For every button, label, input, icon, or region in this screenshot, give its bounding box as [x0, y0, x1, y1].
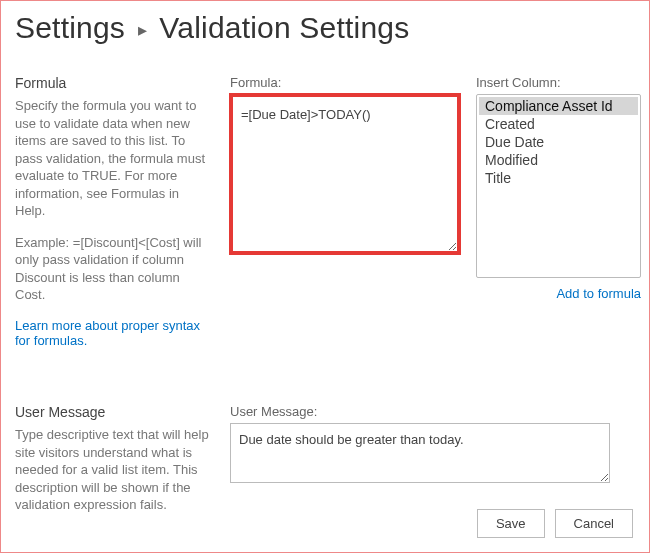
save-button[interactable]: Save — [477, 509, 545, 538]
breadcrumb-page: Validation Settings — [159, 11, 409, 44]
user-message-help: Type descriptive text that will help sit… — [15, 426, 210, 514]
column-option[interactable]: Title — [479, 169, 638, 187]
column-option[interactable]: Modified — [479, 151, 638, 169]
add-to-formula-link[interactable]: Add to formula — [556, 286, 641, 301]
user-message-heading: User Message — [15, 404, 210, 420]
column-option[interactable]: Created — [479, 115, 638, 133]
column-option[interactable]: Compliance Asset Id — [479, 97, 638, 115]
column-option[interactable]: Due Date — [479, 133, 638, 151]
breadcrumb: Settings ▸ Validation Settings — [15, 11, 635, 45]
formula-help-2: Example: =[Discount]<[Cost] will only pa… — [15, 234, 210, 304]
user-message-textarea[interactable] — [230, 423, 610, 483]
breadcrumb-sep-icon: ▸ — [138, 20, 147, 40]
breadcrumb-root[interactable]: Settings — [15, 11, 125, 44]
formula-syntax-link[interactable]: Learn more about proper syntax for formu… — [15, 318, 210, 348]
cancel-button[interactable]: Cancel — [555, 509, 633, 538]
user-message-field-label: User Message: — [230, 404, 635, 419]
insert-column-label: Insert Column: — [476, 75, 641, 90]
formula-textarea[interactable] — [230, 94, 460, 254]
formula-heading: Formula — [15, 75, 210, 91]
insert-column-listbox[interactable]: Compliance Asset IdCreatedDue DateModifi… — [476, 94, 641, 278]
formula-help-1: Specify the formula you want to use to v… — [15, 97, 210, 220]
formula-field-label: Formula: — [230, 75, 460, 90]
